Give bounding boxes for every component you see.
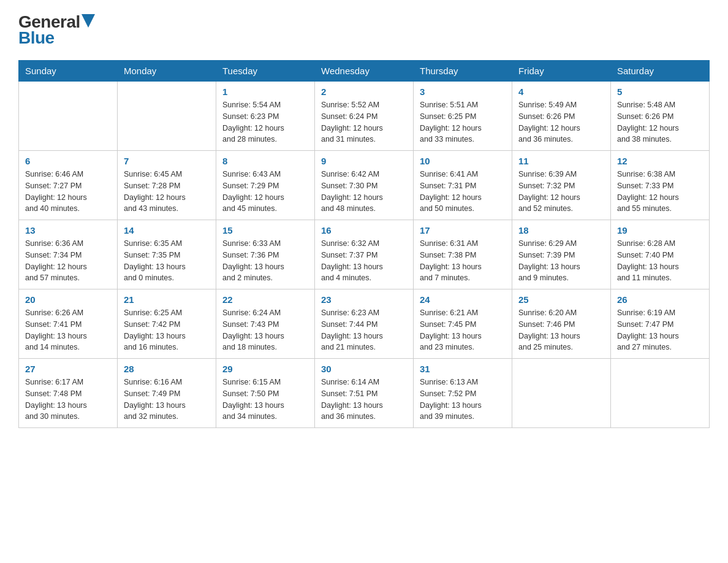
calendar-cell: 27Sunrise: 6:17 AM Sunset: 7:48 PM Dayli… — [19, 359, 118, 428]
calendar-week-1: 1Sunrise: 5:54 AM Sunset: 6:23 PM Daylig… — [19, 82, 710, 151]
day-info: Sunrise: 6:38 AM Sunset: 7:33 PM Dayligh… — [617, 169, 703, 215]
day-info: Sunrise: 6:36 AM Sunset: 7:34 PM Dayligh… — [25, 238, 111, 284]
day-number: 9 — [321, 156, 407, 166]
calendar-cell: 15Sunrise: 6:33 AM Sunset: 7:36 PM Dayli… — [216, 220, 315, 289]
day-number: 30 — [321, 364, 407, 374]
calendar-cell: 6Sunrise: 6:46 AM Sunset: 7:27 PM Daylig… — [19, 151, 118, 220]
calendar-cell: 14Sunrise: 6:35 AM Sunset: 7:35 PM Dayli… — [118, 220, 216, 289]
calendar-cell: 29Sunrise: 6:15 AM Sunset: 7:50 PM Dayli… — [216, 359, 315, 428]
calendar-week-4: 20Sunrise: 6:26 AM Sunset: 7:41 PM Dayli… — [19, 289, 710, 359]
weekday-header-saturday: Saturday — [611, 61, 710, 82]
day-number: 5 — [617, 86, 703, 97]
calendar-cell: 10Sunrise: 6:41 AM Sunset: 7:31 PM Dayli… — [414, 151, 512, 220]
day-info: Sunrise: 6:23 AM Sunset: 7:44 PM Dayligh… — [321, 307, 407, 353]
day-number: 3 — [420, 86, 506, 97]
day-number: 4 — [518, 86, 604, 97]
weekday-header-monday: Monday — [118, 61, 216, 82]
calendar-cell: 3Sunrise: 5:51 AM Sunset: 6:25 PM Daylig… — [414, 82, 512, 151]
svg-marker-0 — [82, 14, 95, 28]
day-number: 23 — [321, 294, 407, 305]
day-info: Sunrise: 6:39 AM Sunset: 7:32 PM Dayligh… — [518, 169, 604, 215]
day-number: 22 — [222, 294, 308, 305]
calendar-cell: 11Sunrise: 6:39 AM Sunset: 7:32 PM Dayli… — [512, 151, 611, 220]
calendar-cell: 9Sunrise: 6:42 AM Sunset: 7:30 PM Daylig… — [315, 151, 414, 220]
calendar-cell: 16Sunrise: 6:32 AM Sunset: 7:37 PM Dayli… — [315, 220, 414, 289]
day-number: 31 — [420, 364, 506, 374]
day-info: Sunrise: 6:46 AM Sunset: 7:27 PM Dayligh… — [25, 169, 111, 215]
calendar-cell: 30Sunrise: 6:14 AM Sunset: 7:51 PM Dayli… — [315, 359, 414, 428]
calendar-cell: 18Sunrise: 6:29 AM Sunset: 7:39 PM Dayli… — [512, 220, 611, 289]
calendar-header-row: SundayMondayTuesdayWednesdayThursdayFrid… — [19, 61, 710, 82]
calendar-cell: 17Sunrise: 6:31 AM Sunset: 7:38 PM Dayli… — [414, 220, 512, 289]
day-number: 7 — [124, 156, 210, 166]
weekday-header-tuesday: Tuesday — [216, 61, 315, 82]
day-info: Sunrise: 5:52 AM Sunset: 6:24 PM Dayligh… — [321, 99, 407, 145]
day-number: 10 — [420, 156, 506, 166]
day-info: Sunrise: 6:41 AM Sunset: 7:31 PM Dayligh… — [420, 169, 506, 215]
day-number: 2 — [321, 86, 407, 97]
calendar-cell: 23Sunrise: 6:23 AM Sunset: 7:44 PM Dayli… — [315, 289, 414, 359]
weekday-header-friday: Friday — [512, 61, 611, 82]
day-number: 26 — [617, 294, 703, 305]
calendar-cell — [118, 82, 216, 151]
page-header: General Blue — [18, 12, 710, 48]
calendar-cell: 26Sunrise: 6:19 AM Sunset: 7:47 PM Dayli… — [611, 289, 710, 359]
logo-blue: Blue — [18, 28, 55, 48]
calendar-cell — [19, 82, 118, 151]
day-number: 1 — [222, 86, 308, 97]
calendar-cell: 12Sunrise: 6:38 AM Sunset: 7:33 PM Dayli… — [611, 151, 710, 220]
day-number: 18 — [518, 225, 604, 236]
calendar-cell: 2Sunrise: 5:52 AM Sunset: 6:24 PM Daylig… — [315, 82, 414, 151]
day-number: 11 — [518, 156, 604, 166]
weekday-header-sunday: Sunday — [19, 61, 118, 82]
day-info: Sunrise: 5:48 AM Sunset: 6:26 PM Dayligh… — [617, 99, 703, 145]
day-number: 24 — [420, 294, 506, 305]
day-info: Sunrise: 6:16 AM Sunset: 7:49 PM Dayligh… — [124, 377, 210, 423]
day-info: Sunrise: 6:24 AM Sunset: 7:43 PM Dayligh… — [222, 307, 308, 353]
day-number: 20 — [25, 294, 111, 305]
calendar-cell: 21Sunrise: 6:25 AM Sunset: 7:42 PM Dayli… — [118, 289, 216, 359]
calendar-cell: 19Sunrise: 6:28 AM Sunset: 7:40 PM Dayli… — [611, 220, 710, 289]
day-info: Sunrise: 6:20 AM Sunset: 7:46 PM Dayligh… — [518, 307, 604, 353]
calendar-cell: 8Sunrise: 6:43 AM Sunset: 7:29 PM Daylig… — [216, 151, 315, 220]
calendar-cell: 31Sunrise: 6:13 AM Sunset: 7:52 PM Dayli… — [414, 359, 512, 428]
calendar-cell: 24Sunrise: 6:21 AM Sunset: 7:45 PM Dayli… — [414, 289, 512, 359]
logo: General Blue — [18, 12, 95, 48]
calendar-cell: 1Sunrise: 5:54 AM Sunset: 6:23 PM Daylig… — [216, 82, 315, 151]
calendar-week-5: 27Sunrise: 6:17 AM Sunset: 7:48 PM Dayli… — [19, 359, 710, 428]
day-info: Sunrise: 6:21 AM Sunset: 7:45 PM Dayligh… — [420, 307, 506, 353]
day-info: Sunrise: 6:13 AM Sunset: 7:52 PM Dayligh… — [420, 377, 506, 423]
weekday-header-wednesday: Wednesday — [315, 61, 414, 82]
calendar-cell: 25Sunrise: 6:20 AM Sunset: 7:46 PM Dayli… — [512, 289, 611, 359]
day-info: Sunrise: 6:19 AM Sunset: 7:47 PM Dayligh… — [617, 307, 703, 353]
day-number: 28 — [124, 364, 210, 374]
day-info: Sunrise: 6:26 AM Sunset: 7:41 PM Dayligh… — [25, 307, 111, 353]
day-number: 12 — [617, 156, 703, 166]
day-number: 21 — [124, 294, 210, 305]
day-number: 19 — [617, 225, 703, 236]
day-info: Sunrise: 6:15 AM Sunset: 7:50 PM Dayligh… — [222, 377, 308, 423]
calendar-cell — [512, 359, 611, 428]
day-info: Sunrise: 6:17 AM Sunset: 7:48 PM Dayligh… — [25, 377, 111, 423]
calendar-cell: 7Sunrise: 6:45 AM Sunset: 7:28 PM Daylig… — [118, 151, 216, 220]
day-info: Sunrise: 6:14 AM Sunset: 7:51 PM Dayligh… — [321, 377, 407, 423]
day-info: Sunrise: 6:35 AM Sunset: 7:35 PM Dayligh… — [124, 238, 210, 284]
day-number: 25 — [518, 294, 604, 305]
day-number: 16 — [321, 225, 407, 236]
day-number: 27 — [25, 364, 111, 374]
day-number: 15 — [222, 225, 308, 236]
day-info: Sunrise: 6:29 AM Sunset: 7:39 PM Dayligh… — [518, 238, 604, 284]
day-info: Sunrise: 6:33 AM Sunset: 7:36 PM Dayligh… — [222, 238, 308, 284]
calendar-cell: 13Sunrise: 6:36 AM Sunset: 7:34 PM Dayli… — [19, 220, 118, 289]
calendar-week-2: 6Sunrise: 6:46 AM Sunset: 7:27 PM Daylig… — [19, 151, 710, 220]
weekday-header-thursday: Thursday — [414, 61, 512, 82]
day-number: 13 — [25, 225, 111, 236]
logo-arrow-icon — [82, 14, 95, 28]
day-info: Sunrise: 6:28 AM Sunset: 7:40 PM Dayligh… — [617, 238, 703, 284]
calendar-cell: 4Sunrise: 5:49 AM Sunset: 6:26 PM Daylig… — [512, 82, 611, 151]
day-number: 14 — [124, 225, 210, 236]
day-info: Sunrise: 6:42 AM Sunset: 7:30 PM Dayligh… — [321, 169, 407, 215]
calendar-cell: 22Sunrise: 6:24 AM Sunset: 7:43 PM Dayli… — [216, 289, 315, 359]
day-number: 17 — [420, 225, 506, 236]
day-info: Sunrise: 5:49 AM Sunset: 6:26 PM Dayligh… — [518, 99, 604, 145]
